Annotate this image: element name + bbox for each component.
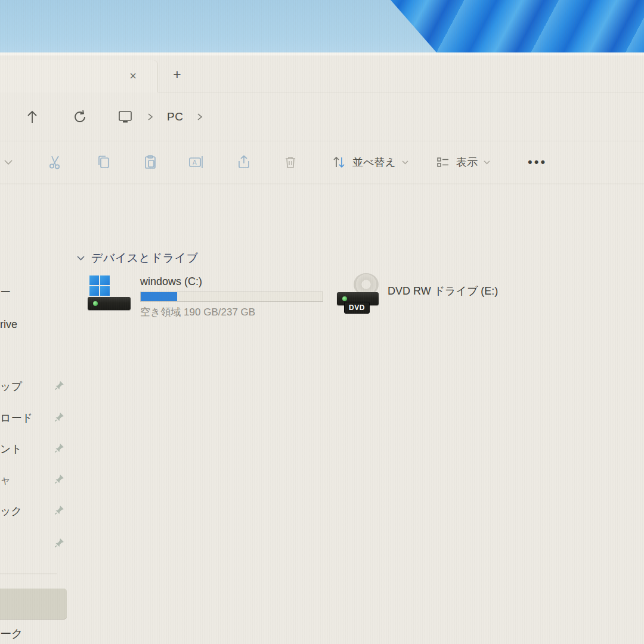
dvd-drive-icon: DVD <box>337 272 385 320</box>
sidebar-item-pc-selected[interactable] <box>0 589 67 620</box>
pin-icon <box>54 442 66 454</box>
navigation-pane: ー rive ップ ロード <box>0 184 72 644</box>
refresh-button[interactable] <box>69 106 91 128</box>
tab-close-icon[interactable]: × <box>125 69 141 84</box>
more-options-button[interactable]: ••• <box>528 151 547 173</box>
pin-icon <box>54 411 66 423</box>
breadcrumb-chevron-icon[interactable] <box>196 113 203 121</box>
photographed-screen: × + <box>0 0 644 644</box>
tab-pc[interactable]: × <box>0 60 158 92</box>
command-toolbar: A <box>0 141 644 184</box>
sidebar-item-label: ー <box>0 285 50 299</box>
cut-button[interactable] <box>45 151 66 173</box>
os-drive-icon <box>88 275 133 311</box>
free-space-text: 空き領域 190 GB/237 GB <box>140 305 255 319</box>
content-area: ー rive ップ ロード <box>0 184 644 644</box>
pc-monitor-icon[interactable] <box>117 109 134 125</box>
up-button[interactable] <box>21 106 43 128</box>
drive-led <box>342 296 347 301</box>
hard-disk-icon <box>88 297 131 310</box>
capacity-bar <box>140 292 323 302</box>
file-explorer-window: × + <box>0 52 644 644</box>
breadcrumb: PC <box>117 106 203 128</box>
sidebar-item-label: rive <box>0 318 50 331</box>
pin-icon <box>54 537 66 549</box>
sort-arrows-icon <box>332 154 347 170</box>
drive-item-dvd[interactable]: DVD DVD RW ドライブ (E:) <box>334 271 513 324</box>
group-header-devices-and-drives[interactable]: デバイスとドライブ <box>76 250 199 266</box>
view-label: 表示 <box>456 155 478 169</box>
chevron-down-icon[interactable] <box>76 255 85 261</box>
delete-button[interactable] <box>280 151 301 173</box>
sidebar-item-label: ック <box>0 504 50 518</box>
sidebar-item-label: ップ <box>0 379 50 394</box>
copy-icon <box>95 154 112 171</box>
share-icon <box>236 154 252 171</box>
windows-logo-icon <box>89 275 110 296</box>
sidebar-item-label: ント <box>0 442 50 456</box>
overflow-chevron-icon[interactable] <box>0 151 19 173</box>
chevron-down-icon <box>483 160 491 165</box>
rename-icon: A <box>188 154 206 171</box>
chevron-down-icon <box>401 160 409 165</box>
pin-icon <box>54 379 66 391</box>
share-button[interactable] <box>233 151 255 173</box>
svg-text:A: A <box>193 159 197 166</box>
sidebar-item-network[interactable]: ーク <box>0 626 23 642</box>
rename-button[interactable]: A <box>186 151 208 173</box>
copy-button[interactable] <box>93 151 114 173</box>
breadcrumb-chevron-icon <box>147 113 154 121</box>
arrow-up-icon <box>26 110 39 124</box>
scissors-icon <box>47 154 64 171</box>
windows-bloom-graphic <box>370 0 644 52</box>
breadcrumb-item-pc[interactable]: PC <box>167 110 183 123</box>
pin-icon <box>54 504 66 516</box>
tabstrip-divider <box>157 92 644 92</box>
trash-icon <box>283 154 298 171</box>
view-button[interactable]: 表示 <box>435 151 491 173</box>
desktop-wallpaper <box>0 0 644 52</box>
sidebar-divider <box>0 574 57 574</box>
sidebar-item-label: ロード <box>0 411 50 425</box>
paste-icon <box>142 154 159 171</box>
paste-button[interactable] <box>140 151 161 173</box>
drive-name: windows (C:) <box>140 275 202 288</box>
drive-led <box>93 301 98 306</box>
pin-icon <box>54 473 66 485</box>
sort-button[interactable]: 並べ替え <box>332 151 409 173</box>
view-list-icon <box>435 154 451 170</box>
dvd-badge: DVD <box>344 302 370 314</box>
refresh-icon <box>73 110 87 124</box>
navigation-bar: PC <box>0 93 644 141</box>
drive-name: DVD RW ドライブ (E:) <box>388 284 498 298</box>
group-title: デバイスとドライブ <box>91 250 199 266</box>
tab-bar: × + <box>0 55 644 92</box>
sort-label: 並べ替え <box>352 155 396 169</box>
new-tab-button[interactable]: + <box>168 66 186 84</box>
sidebar-item-label: ャ <box>0 473 18 487</box>
ellipsis-icon: ••• <box>528 154 547 170</box>
capacity-fill <box>141 292 177 301</box>
drive-item-c[interactable]: windows (C:) 空き領域 190 GB/237 GB <box>82 271 329 324</box>
